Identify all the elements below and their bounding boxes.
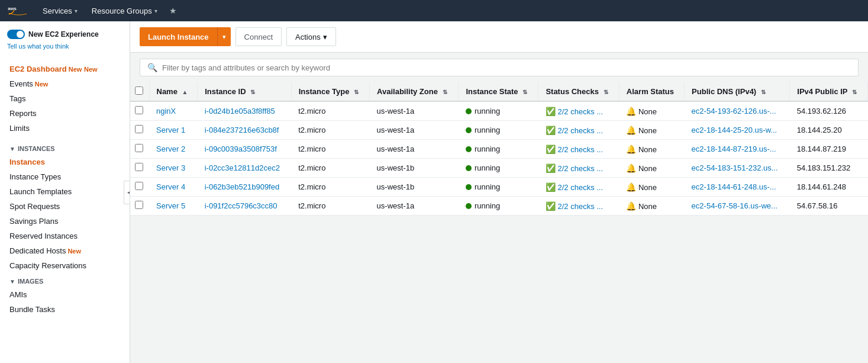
connect-button[interactable]: Connect	[235, 27, 282, 46]
cell-alarm-2: 🔔 None	[619, 140, 684, 159]
cell-alarm-4: 🔔 None	[619, 178, 684, 197]
sidebar-item-bundle-tasks[interactable]: Bundle Tasks	[0, 302, 130, 317]
services-nav[interactable]: Services ▾	[38, 4, 82, 18]
select-all-header[interactable]	[130, 82, 149, 101]
row-checkbox-cell[interactable]	[130, 159, 149, 178]
table-row[interactable]: Server 5 i-091f2cc5796c3cc80 t2.micro us…	[130, 197, 868, 216]
row-checkbox-cell[interactable]	[130, 197, 149, 216]
actions-button[interactable]: Actions ▾	[286, 27, 336, 46]
row-checkbox-2[interactable]	[135, 144, 143, 152]
col-header-instance-state[interactable]: Instance State ⇅	[459, 82, 538, 101]
cell-alarm-5: 🔔 None	[619, 197, 684, 216]
status-label-5: running	[475, 201, 500, 210]
alarm-icon-0: 🔔	[626, 107, 636, 116]
sidebar-item-capacity-reservations[interactable]: Capacity Reservations	[0, 258, 130, 273]
cell-instance-type-5: t2.micro	[291, 197, 369, 216]
search-input[interactable]	[162, 63, 851, 72]
sidebar: New EC2 Experience Tell us what you thin…	[0, 21, 130, 363]
sidebar-item-reports[interactable]: Reports	[0, 106, 130, 121]
sidebar-item-dedicated-hosts[interactable]: Dedicated HostsNew	[0, 243, 130, 258]
aws-logo[interactable]: aws	[7, 4, 28, 18]
sidebar-item-amis[interactable]: AMIs	[0, 287, 130, 302]
cell-status-checks-1: ✅ 2/2 checks ...	[538, 121, 619, 140]
cell-instance-id-2: i-09c0039a3508f753f	[198, 140, 291, 159]
cell-az-1: us-west-1a	[370, 121, 459, 140]
sidebar-item-launch-templates[interactable]: Launch Templates	[0, 184, 130, 199]
launch-instance-dropdown[interactable]: ▾	[217, 27, 231, 46]
cell-alarm-1: 🔔 None	[619, 121, 684, 140]
check-icon-1: ✅	[546, 126, 556, 135]
cell-name-1: Server 1	[149, 121, 198, 140]
status-dot-4	[466, 184, 472, 190]
cell-ipv4-2: 18.144.87.219	[790, 140, 868, 159]
new-experience-toggle[interactable]	[7, 30, 25, 39]
row-checkbox-0[interactable]	[135, 106, 143, 114]
row-checkbox-cell[interactable]	[130, 101, 149, 121]
row-checkbox-5[interactable]	[135, 201, 143, 209]
cell-ipv4-3: 54.183.151.232	[790, 159, 868, 178]
sidebar-item-instances[interactable]: Instances	[0, 155, 130, 169]
sidebar-collapse-toggle[interactable]: ◀	[124, 181, 130, 204]
instances-table: Name ▲ Instance ID ⇅ Instance Type ⇅ Ava…	[130, 82, 868, 216]
instances-section-label: INSTANCES	[18, 145, 55, 152]
resource-groups-nav[interactable]: Resource Groups ▾	[87, 4, 162, 18]
table-row[interactable]: Server 3 i-02cc3e12811d2cec2 t2.micro us…	[130, 159, 868, 178]
favorites-star[interactable]: ★	[167, 4, 179, 18]
toggle-sublabel[interactable]: Tell us what you think	[0, 43, 130, 52]
table-row[interactable]: Server 4 i-062b3eb521b909fed t2.micro us…	[130, 178, 868, 197]
sidebar-item-instance-types[interactable]: Instance Types	[0, 169, 130, 184]
select-all-checkbox[interactable]	[135, 86, 143, 95]
row-checkbox-1[interactable]	[135, 125, 143, 133]
cell-instance-type-3: t2.micro	[291, 159, 369, 178]
sidebar-item-tags[interactable]: Tags	[0, 91, 130, 106]
col-header-status-checks[interactable]: Status Checks ⇅	[538, 82, 619, 101]
status-dot-2	[466, 146, 472, 152]
services-chevron: ▾	[75, 8, 78, 14]
instances-section-header[interactable]: ▼ INSTANCES	[0, 140, 130, 155]
col-header-ipv4[interactable]: IPv4 Public IP ⇅	[790, 82, 868, 101]
row-checkbox-cell[interactable]	[130, 178, 149, 197]
row-checkbox-cell[interactable]	[130, 121, 149, 140]
cell-name-3: Server 3	[149, 159, 198, 178]
cell-az-2: us-west-1a	[370, 140, 459, 159]
cell-alarm-0: 🔔 None	[619, 101, 684, 121]
col-header-public-dns[interactable]: Public DNS (IPv4) ⇅	[685, 82, 790, 101]
top-navigation: aws Services ▾ Resource Groups ▾ ★	[0, 0, 868, 21]
launch-instance-group: Launch Instance ▾	[140, 27, 231, 46]
status-label-4: running	[475, 182, 500, 191]
sidebar-item-limits[interactable]: Limits	[0, 121, 130, 136]
sidebar-item-events[interactable]: EventsNew	[0, 76, 130, 91]
row-checkbox-4[interactable]	[135, 182, 143, 190]
row-checkbox-cell[interactable]	[130, 140, 149, 159]
table-row[interactable]: Server 2 i-09c0039a3508f753f t2.micro us…	[130, 140, 868, 159]
launch-instance-button[interactable]: Launch Instance	[140, 27, 217, 46]
col-header-alarm-status[interactable]: Alarm Status	[619, 82, 684, 101]
sidebar-item-savings-plans[interactable]: Savings Plans	[0, 214, 130, 229]
table-row[interactable]: nginX i-0d24b1e05a3f8ff85 t2.micro us-we…	[130, 101, 868, 121]
col-header-availability-zone[interactable]: Availability Zone ⇅	[370, 82, 459, 101]
cell-state-4: running	[459, 178, 538, 197]
table-header-row: Name ▲ Instance ID ⇅ Instance Type ⇅ Ava…	[130, 82, 868, 101]
cell-instance-type-0: t2.micro	[291, 101, 369, 121]
cell-state-5: running	[459, 197, 538, 216]
col-header-instance-id[interactable]: Instance ID ⇅	[198, 82, 291, 101]
status-dot-5	[466, 203, 472, 209]
col-header-name[interactable]: Name ▲	[149, 82, 198, 101]
new-experience-toggle-row[interactable]: New EC2 Experience	[0, 26, 130, 43]
status-label-1: running	[475, 126, 500, 134]
sidebar-item-spot-requests[interactable]: Spot Requests	[0, 199, 130, 214]
table-row[interactable]: Server 1 i-084e237216e63cb8f t2.micro us…	[130, 121, 868, 140]
sidebar-item-reserved-instances[interactable]: Reserved Instances	[0, 229, 130, 243]
instances-chevron: ▼	[9, 146, 15, 152]
cell-state-1: running	[459, 121, 538, 140]
cell-status-checks-5: ✅ 2/2 checks ...	[538, 197, 619, 216]
images-section-header[interactable]: ▼ IMAGES	[0, 273, 130, 287]
col-header-instance-type[interactable]: Instance Type ⇅	[291, 82, 369, 101]
images-section-label: IMAGES	[18, 278, 43, 285]
cell-instance-type-1: t2.micro	[291, 121, 369, 140]
cell-instance-id-1: i-084e237216e63cb8f	[198, 121, 291, 140]
row-checkbox-3[interactable]	[135, 163, 143, 171]
cell-state-0: running	[459, 101, 538, 121]
sidebar-item-ec2-dashboard[interactable]: EC2 DashboardNew	[0, 62, 130, 76]
resource-groups-chevron: ▾	[154, 8, 157, 14]
